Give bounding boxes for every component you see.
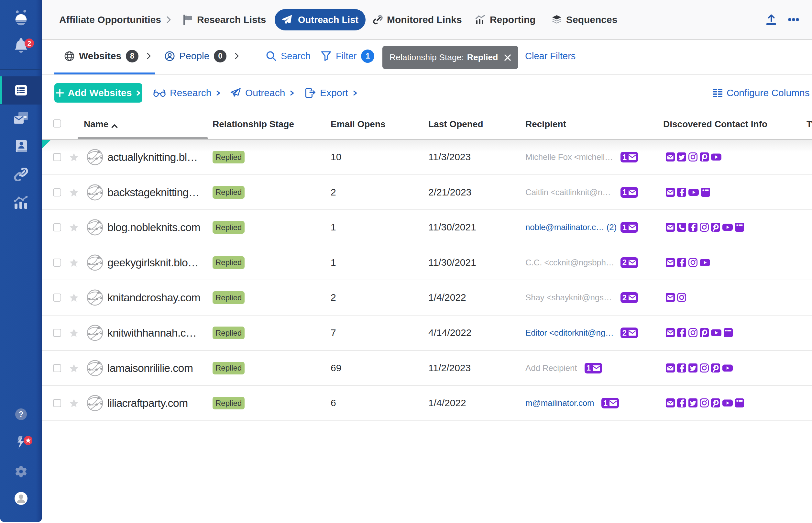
svg-text:?: ? bbox=[19, 410, 24, 418]
